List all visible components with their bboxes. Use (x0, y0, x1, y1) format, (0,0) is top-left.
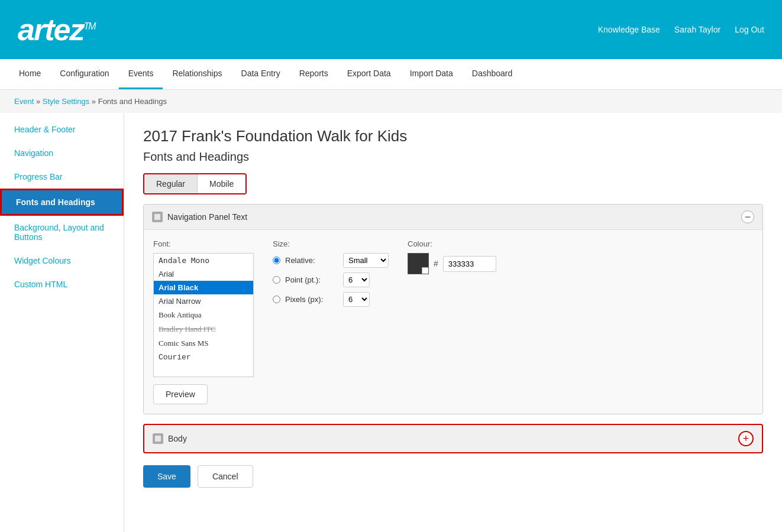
font-option-arial-black[interactable]: Arial Black (154, 281, 253, 294)
main-content: 2017 Frank's Foundation Walk for Kids Fo… (124, 113, 782, 532)
body-panel: Body + (143, 424, 763, 453)
sidebar-item-navigation[interactable]: Navigation (0, 141, 124, 165)
nav-export-data[interactable]: Export Data (338, 59, 400, 89)
nav-events[interactable]: Events (119, 59, 163, 89)
hash-symbol: # (434, 259, 438, 268)
nav-dashboard[interactable]: Dashboard (463, 59, 522, 89)
navigation-panel-text-section: Navigation Panel Text − Font: Andale Mon… (143, 204, 763, 414)
size-section: Size: Relative: Small Medium Large X-Lar… (273, 239, 389, 312)
colour-label: Colour: (408, 239, 502, 248)
section-title: Fonts and Headings (143, 150, 763, 164)
action-bar: Save Cancel (143, 465, 763, 488)
sidebar-item-background-layout[interactable]: Background, Layout and Buttons (0, 216, 124, 249)
settings-row: Font: Andale Mono Arial Arial Black Aria… (153, 239, 753, 377)
relative-label: Relative: (285, 256, 338, 265)
body-panel-icon (153, 433, 163, 444)
logout-link[interactable]: Log Out (735, 25, 764, 34)
sidebar: Header & Footer Navigation Progress Bar … (0, 113, 124, 532)
preview-button[interactable]: Preview (153, 384, 208, 404)
panel-title: Navigation Panel Text (167, 212, 247, 222)
pixel-select[interactable]: 6789101112 (343, 292, 370, 307)
font-section: Font: Andale Mono Arial Arial Black Aria… (153, 239, 254, 377)
nav-home[interactable]: Home (9, 59, 50, 89)
top-nav: Home Configuration Events Relationships … (0, 59, 782, 90)
colour-row: # (408, 253, 502, 274)
user-link[interactable]: Sarah Taylor (674, 25, 720, 34)
body-panel-left: Body (153, 433, 187, 444)
breadcrumb-style-settings[interactable]: Style Settings (43, 97, 90, 106)
breadcrumb-current: Fonts and Headings (98, 97, 167, 106)
font-option-andale-mono[interactable]: Andale Mono (154, 254, 253, 267)
font-option-arial[interactable]: Arial (154, 267, 253, 281)
svg-rect-0 (154, 214, 160, 220)
nav-import-data[interactable]: Import Data (400, 59, 463, 89)
nav-relationships[interactable]: Relationships (163, 59, 231, 89)
font-option-arial-narrow[interactable]: Arial Narrow (154, 294, 253, 308)
point-row: Point (pt.): 6789101112 (273, 273, 389, 287)
collapse-button[interactable]: − (741, 210, 754, 223)
sidebar-item-widget-colours[interactable]: Widget Colours (0, 249, 124, 273)
pixel-row: Pixels (px): 6789101112 (273, 292, 389, 307)
header: artezTM Knowledge Base Sarah Taylor Log … (0, 0, 782, 59)
page-title: 2017 Frank's Foundation Walk for Kids (143, 127, 763, 145)
logo: artezTM (18, 12, 95, 47)
nav-data-entry[interactable]: Data Entry (232, 59, 290, 89)
header-nav: Knowledge Base Sarah Taylor Log Out (598, 25, 764, 34)
relative-row: Relative: Small Medium Large X-Large (273, 253, 389, 268)
breadcrumb-event[interactable]: Event (14, 97, 34, 106)
cancel-button[interactable]: Cancel (198, 465, 253, 488)
size-label: Size: (273, 239, 389, 248)
body-panel-label: Body (168, 434, 187, 443)
sidebar-item-header-footer[interactable]: Header & Footer (0, 118, 124, 141)
colour-input[interactable] (443, 256, 496, 272)
point-select[interactable]: 6789101112 (343, 273, 370, 287)
nav-configuration[interactable]: Configuration (50, 59, 118, 89)
font-list[interactable]: Andale Mono Arial Arial Black Arial Narr… (153, 253, 254, 377)
tab-mobile[interactable]: Mobile (198, 174, 245, 193)
sidebar-item-progress-bar[interactable]: Progress Bar (0, 165, 124, 189)
font-option-bradley[interactable]: Bradley Hand ITC (154, 322, 253, 336)
point-label: Point (pt.): (285, 275, 338, 284)
font-option-book-antiqua[interactable]: Book Antiqua (154, 308, 253, 322)
layout: Header & Footer Navigation Progress Bar … (0, 113, 782, 532)
logo-tm: TM (83, 21, 95, 31)
panel-body: Font: Andale Mono Arial Arial Black Aria… (144, 230, 762, 414)
pixel-label: Pixels (px): (285, 295, 338, 304)
sidebar-item-custom-html[interactable]: Custom HTML (0, 273, 124, 296)
panel-icon (152, 212, 163, 222)
nav-reports[interactable]: Reports (290, 59, 338, 89)
pixel-radio[interactable] (273, 296, 280, 303)
font-option-comic-sans[interactable]: Comic Sans MS (154, 336, 253, 351)
tab-bar: Regular Mobile (143, 173, 247, 194)
colour-section: Colour: # (408, 239, 502, 274)
colour-swatch[interactable] (408, 253, 429, 274)
add-section-button[interactable]: + (738, 431, 754, 446)
knowledge-base-link[interactable]: Knowledge Base (598, 25, 660, 34)
relative-radio[interactable] (273, 257, 280, 264)
panel-header-left: Navigation Panel Text (152, 212, 247, 222)
relative-select[interactable]: Small Medium Large X-Large (343, 253, 389, 268)
svg-rect-1 (155, 436, 161, 442)
font-option-courier[interactable]: Courier (154, 351, 253, 364)
breadcrumb: Event » Style Settings » Fonts and Headi… (0, 90, 782, 113)
tab-regular[interactable]: Regular (144, 174, 198, 193)
font-list-container: Andale Mono Arial Arial Black Arial Narr… (153, 253, 254, 377)
font-label: Font: (153, 239, 254, 248)
save-button[interactable]: Save (143, 465, 190, 488)
sidebar-item-fonts-headings[interactable]: Fonts and Headings (0, 189, 124, 216)
panel-header: Navigation Panel Text − (144, 205, 762, 230)
point-radio[interactable] (273, 276, 280, 284)
